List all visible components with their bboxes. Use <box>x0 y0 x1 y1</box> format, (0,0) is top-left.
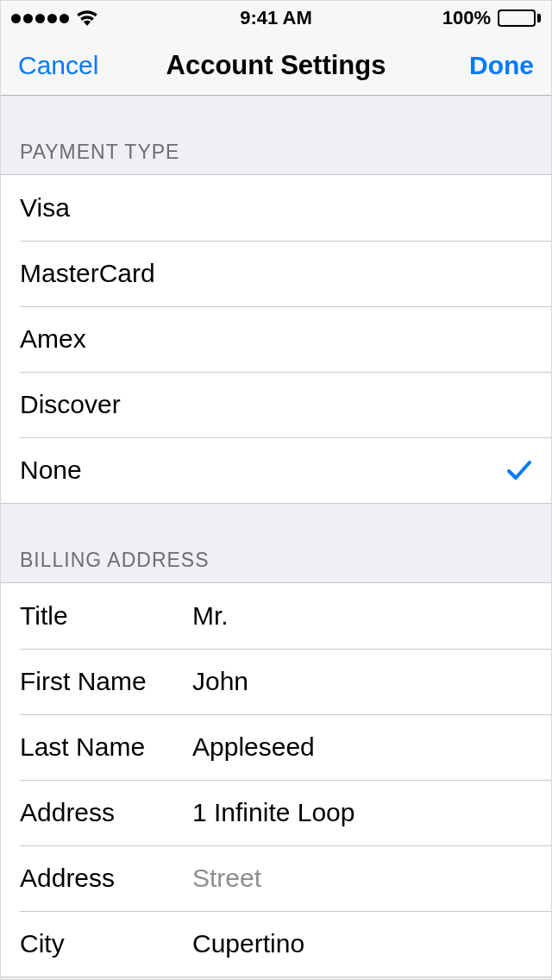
field-value: 1 Infinite Loop <box>192 798 532 827</box>
status-right: 100% <box>411 7 541 29</box>
field-placeholder: Street <box>192 864 532 893</box>
payment-type-group: Visa MasterCard Amex Discover None <box>1 174 551 504</box>
page-title: Account Settings <box>122 50 430 81</box>
billing-row-address-1[interactable]: Address 1 Infinite Loop <box>1 780 551 845</box>
billing-row-city[interactable]: City Cupertino <box>1 911 551 977</box>
field-label: City <box>20 929 192 958</box>
section-header-billing: BILLING ADDRESS <box>1 504 551 582</box>
field-label: Last Name <box>20 732 192 762</box>
payment-option-amex[interactable]: Amex <box>1 306 551 372</box>
status-bar: 9:41 AM 100% <box>1 1 551 35</box>
field-label: Address <box>20 798 192 827</box>
field-label: Title <box>20 601 192 631</box>
billing-row-title[interactable]: Title Mr. <box>1 583 551 649</box>
billing-row-last-name[interactable]: Last Name Appleseed <box>1 714 551 780</box>
field-value: Mr. <box>192 601 532 631</box>
payment-option-label: None <box>20 455 506 485</box>
section-header-payment: PAYMENT TYPE <box>1 96 551 174</box>
status-left <box>11 9 141 27</box>
screen: 9:41 AM 100% Cancel Account Settings Don… <box>0 0 552 980</box>
payment-option-label: Visa <box>20 193 532 223</box>
field-value: Cupertino <box>192 929 532 958</box>
payment-option-mastercard[interactable]: MasterCard <box>1 241 551 306</box>
payment-option-discover[interactable]: Discover <box>1 372 551 437</box>
billing-row-first-name[interactable]: First Name John <box>1 649 551 714</box>
checkmark-icon <box>506 459 532 481</box>
battery-icon <box>498 9 541 27</box>
payment-option-none[interactable]: None <box>1 437 551 503</box>
billing-row-address-2[interactable]: Address Street <box>1 845 551 911</box>
payment-option-label: Discover <box>20 390 532 419</box>
nav-bar: Cancel Account Settings Done <box>1 35 551 96</box>
cellular-signal-icon <box>11 14 69 23</box>
payment-option-visa[interactable]: Visa <box>1 175 551 241</box>
payment-option-label: MasterCard <box>20 259 532 288</box>
payment-option-label: Amex <box>20 324 532 354</box>
status-time: 9:41 AM <box>141 7 411 29</box>
field-label: Address <box>20 864 192 893</box>
field-value: Appleseed <box>192 732 532 762</box>
wifi-icon <box>76 9 98 27</box>
done-button[interactable]: Done <box>430 51 534 80</box>
battery-percentage: 100% <box>442 7 491 29</box>
cancel-button[interactable]: Cancel <box>18 51 122 80</box>
field-value: John <box>192 667 532 696</box>
field-label: First Name <box>20 667 192 696</box>
billing-address-group: Title Mr. First Name John Last Name Appl… <box>1 582 551 977</box>
